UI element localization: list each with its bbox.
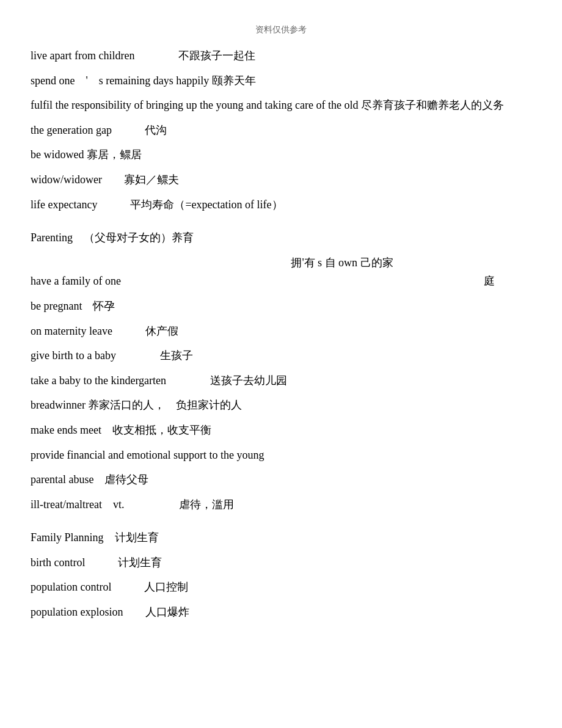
entry-population-control: population control 人口控制 [31, 578, 531, 597]
entry-en: fulfil the responsibility of bringing up… [31, 99, 358, 111]
entry-birth-control: birth control 计划生育 [31, 553, 531, 572]
entry-en: give birth to a baby [31, 349, 116, 362]
watermark: 资料仅供参考 [31, 24, 531, 35]
entry-zh: 颐养天年 [212, 75, 256, 87]
entry-zh: 人口控制 [144, 581, 188, 593]
entry-kindergarten: take a baby to the kindergarten 送孩子去幼儿园 [31, 371, 531, 390]
family-planning-header-text: Family Planning 计划生育 [31, 531, 159, 544]
entry-zh: 养家活口的人， 负担家计的人 [88, 399, 242, 411]
have-family-entry: 拥'有 s 自 own 己的家 have a family of one 庭 [31, 253, 531, 291]
entry-generation-gap: the generation gap 代沟 [31, 121, 531, 140]
entry-zh: 生孩子 [160, 349, 193, 362]
entry-ill-treat: ill-treat/maltreat vt. 虐待，滥用 [31, 495, 531, 514]
entry-zh: 不跟孩子一起住 [178, 49, 255, 62]
have-family-note: 拥'有 s 自 own 己的家 [153, 253, 531, 272]
entry-en: make ends meet [31, 424, 101, 436]
parenting-section: Parenting （父母对子女的）养育 拥'有 s 自 own 己的家 hav… [31, 228, 531, 514]
entry-en: life expectancy [31, 198, 97, 211]
entry-en: on maternity leave [31, 325, 112, 337]
entry-zh: 寡居，鳏居 [87, 148, 142, 161]
entry-en: population explosion [31, 606, 123, 618]
entry-zh: 平均寿命（=expectation of life） [130, 198, 282, 211]
entry-zh: 送孩子去幼儿园 [210, 374, 287, 387]
entry-widow: widow/widower 寡妇／鳏夫 [31, 170, 531, 189]
entry-zh: 休产假 [145, 325, 178, 337]
entry-en: ill-treat/maltreat vt. [31, 498, 124, 511]
entry-spend-one: spend one ' s remaining days happily 颐养天… [31, 71, 531, 90]
entry-make-ends: make ends meet 收支相抵，收支平衡 [31, 421, 531, 440]
entry-breadwinner: breadwinner 养家活口的人， 负担家计的人 [31, 396, 531, 415]
entry-provide-financial: provide financial and emotional support … [31, 446, 531, 465]
entry-widowed: be widowed 寡居，鳏居 [31, 145, 531, 164]
entry-fulfil: fulfil the responsibility of bringing up… [31, 96, 531, 115]
entry-zh: 收支相抵，收支平衡 [112, 424, 211, 436]
entry-en: parental abuse [31, 473, 93, 486]
entry-en: population control [31, 581, 111, 593]
parenting-header: Parenting （父母对子女的）养育 [31, 228, 531, 247]
entry-en: spend one ' s remaining days happily [31, 75, 209, 87]
entry-zh: 虐待父母 [104, 473, 148, 486]
entry-en: breadwinner [31, 399, 86, 411]
entry-zh: 虐待，滥用 [179, 498, 234, 511]
entry-en: the generation gap [31, 124, 112, 136]
family-planning-header: Family Planning 计划生育 [31, 528, 531, 547]
have-family-row: have a family of one 庭 [31, 272, 531, 291]
entry-pregnant: be pregnant 怀孕 [31, 297, 531, 316]
have-family-zh: 庭 [484, 272, 531, 291]
entry-life-expectancy: life expectancy 平均寿命（=expectation of lif… [31, 195, 531, 214]
have-family-en: have a family of one [31, 272, 121, 291]
entry-zh: 尽养育孩子和赡养老人的义务 [361, 99, 504, 111]
entry-en: be widowed [31, 148, 84, 161]
entry-give-birth: give birth to a baby 生孩子 [31, 346, 531, 365]
entry-population-explosion: population explosion 人口爆炸 [31, 603, 531, 622]
entry-live-apart: live apart from children 不跟孩子一起住 [31, 46, 531, 65]
entry-parental-abuse: parental abuse 虐待父母 [31, 470, 531, 489]
entry-zh: 计划生育 [118, 556, 162, 569]
entry-en: take a baby to the kindergarten [31, 374, 166, 387]
entry-maternity: on maternity leave 休产假 [31, 322, 531, 341]
entry-zh: 寡妇／鳏夫 [124, 173, 179, 186]
entry-zh: 人口爆炸 [145, 606, 189, 618]
entry-zh: 怀孕 [93, 300, 115, 312]
entry-en: live apart from children [31, 49, 134, 62]
parenting-header-text: Parenting （父母对子女的）养育 [31, 231, 194, 244]
entry-en: birth control [31, 556, 85, 569]
entry-en: widow/widower [31, 173, 102, 186]
entry-en: provide financial and emotional support … [31, 449, 264, 461]
entry-zh: 代沟 [145, 124, 167, 136]
entry-en: be pregnant [31, 300, 82, 312]
family-planning-section: Family Planning 计划生育 birth control 计划生育 … [31, 528, 531, 621]
